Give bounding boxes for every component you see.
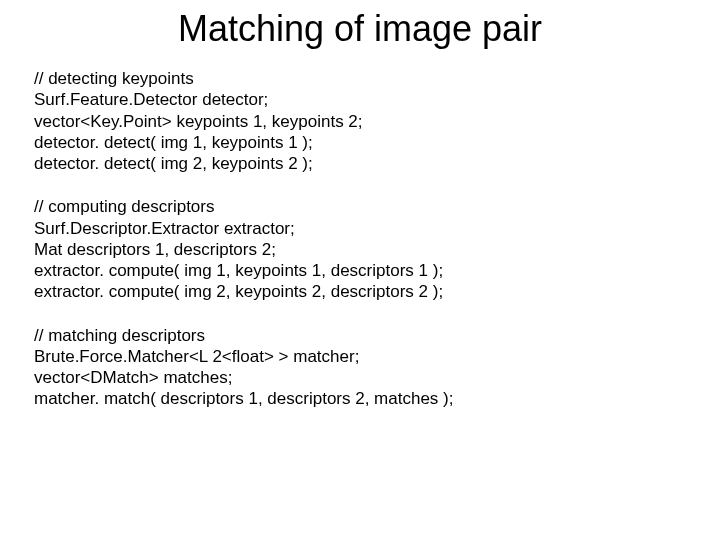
code-block-matching: // matching descriptors Brute.Force.Matc… xyxy=(34,325,686,410)
code-line: Brute.Force.Matcher<L 2<float> > matcher… xyxy=(34,346,686,367)
code-line: extractor. compute( img 1, keypoints 1, … xyxy=(34,260,686,281)
code-line: // computing descriptors xyxy=(34,196,686,217)
code-block-detecting: // detecting keypoints Surf.Feature.Dete… xyxy=(34,68,686,174)
code-block-computing: // computing descriptors Surf.Descriptor… xyxy=(34,196,686,302)
slide-title: Matching of image pair xyxy=(0,0,720,68)
code-line: extractor. compute( img 2, keypoints 2, … xyxy=(34,281,686,302)
code-line: vector<Key.Point> keypoints 1, keypoints… xyxy=(34,111,686,132)
slide: Matching of image pair // detecting keyp… xyxy=(0,0,720,540)
code-line: // matching descriptors xyxy=(34,325,686,346)
code-line: detector. detect( img 2, keypoints 2 ); xyxy=(34,153,686,174)
code-line: Surf.Feature.Detector detector; xyxy=(34,89,686,110)
code-line: matcher. match( descriptors 1, descripto… xyxy=(34,388,686,409)
code-line: Mat descriptors 1, descriptors 2; xyxy=(34,239,686,260)
slide-content: // detecting keypoints Surf.Feature.Dete… xyxy=(0,68,720,410)
code-line: vector<DMatch> matches; xyxy=(34,367,686,388)
code-line: // detecting keypoints xyxy=(34,68,686,89)
code-line: detector. detect( img 1, keypoints 1 ); xyxy=(34,132,686,153)
code-line: Surf.Descriptor.Extractor extractor; xyxy=(34,218,686,239)
